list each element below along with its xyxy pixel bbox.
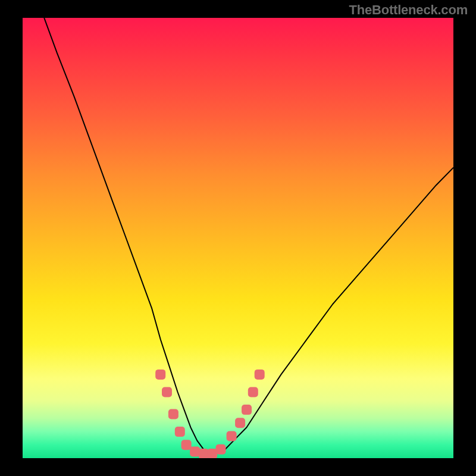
curve-marker — [242, 405, 252, 415]
curve-marker — [162, 387, 172, 397]
curve-layer — [23, 18, 453, 458]
curve-marker — [155, 369, 165, 380]
curve-marker — [227, 431, 237, 441]
watermark-text: TheBottleneck.com — [349, 2, 468, 18]
curve-marker — [255, 369, 265, 380]
curve-marker — [175, 427, 185, 437]
curve-marker — [199, 449, 209, 458]
curve-marker — [190, 446, 200, 456]
curve-marker — [181, 440, 192, 450]
bottleneck-plot — [23, 18, 453, 458]
curve-marker — [248, 387, 258, 397]
curve-marker — [216, 444, 226, 455]
curve-marker — [235, 418, 245, 428]
curve-marker — [168, 409, 178, 419]
chart-frame: TheBottleneck.com — [0, 0, 476, 476]
